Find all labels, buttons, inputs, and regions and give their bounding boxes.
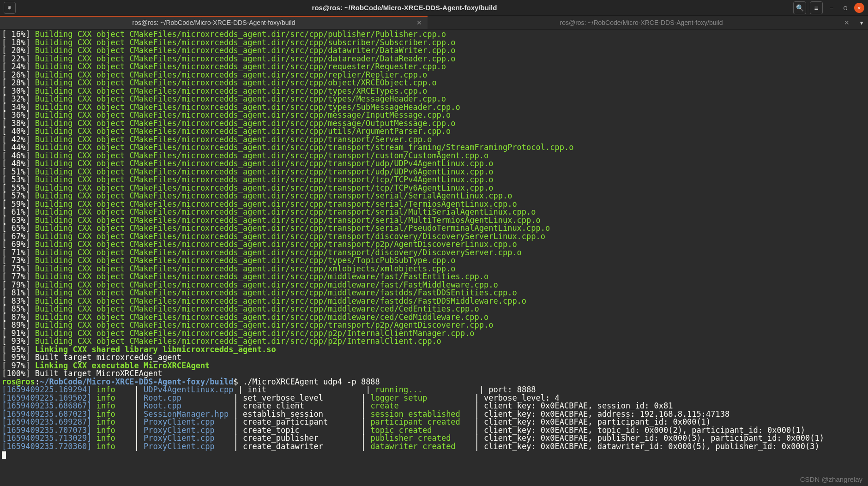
search-icon: 🔍: [796, 4, 804, 12]
terminal-area[interactable]: [ 16%] Building CXX object CMakeFiles/mi…: [0, 30, 868, 459]
new-tab-button[interactable]: ⊕: [4, 2, 16, 14]
tab-bar: ros@ros: ~/RobCode/Micro-XRCE-DDS-Agent-…: [0, 16, 868, 30]
cursor-line: [2, 450, 866, 459]
window-title: ros@ros: ~/RobCode/Micro-XRCE-DDS-Agent-…: [16, 4, 793, 12]
tab-dropdown-button[interactable]: ▾: [855, 16, 868, 29]
close-icon: ✕: [857, 5, 861, 11]
plus-tab-icon: ⊕: [8, 4, 12, 11]
chevron-down-icon: ▾: [859, 18, 864, 27]
maximize-button[interactable]: ▢: [840, 3, 850, 13]
minimize-button[interactable]: —: [826, 3, 837, 13]
watermark: CSDN @zhangrelay: [800, 475, 862, 483]
search-button[interactable]: 🔍: [793, 1, 806, 14]
tab-inactive[interactable]: ros@ros: ~/RobCode/Micro-XRCE-DDS-Agent-…: [428, 16, 855, 29]
tab-active[interactable]: ros@ros: ~/RobCode/Micro-XRCE-DDS-Agent-…: [0, 16, 428, 29]
tab-close-icon[interactable]: ✕: [844, 19, 850, 26]
tab-label: ros@ros: ~/RobCode/Micro-XRCE-DDS-Agent-…: [132, 19, 295, 26]
menu-button[interactable]: ≡: [810, 1, 823, 14]
tab-close-icon[interactable]: ✕: [416, 19, 422, 26]
agent-log-line: [1659409235.720360] info | ProxyClient.c…: [2, 443, 866, 451]
title-bar: ⊕ ros@ros: ~/RobCode/Micro-XRCE-DDS-Agen…: [0, 0, 868, 16]
minimize-icon: —: [830, 5, 833, 11]
hamburger-icon: ≡: [814, 4, 818, 12]
tab-label: ros@ros: ~/RobCode/Micro-XRCE-DDS-Agent-…: [560, 19, 723, 26]
maximize-icon: ▢: [844, 5, 847, 11]
close-button[interactable]: ✕: [854, 3, 864, 13]
